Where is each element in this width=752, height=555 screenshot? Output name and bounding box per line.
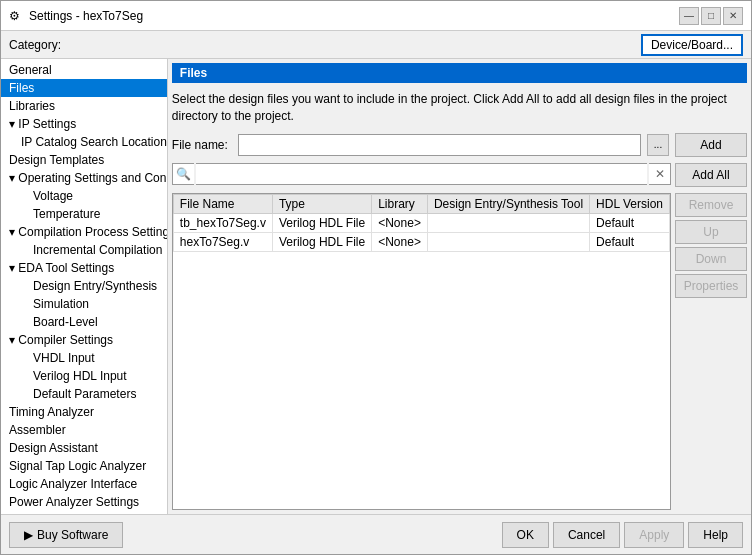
col-header-library: Library xyxy=(372,194,428,213)
side-buttons: Remove Up Down Properties xyxy=(675,193,747,510)
remove-button[interactable]: Remove xyxy=(675,193,747,217)
minimize-button[interactable]: — xyxy=(679,7,699,25)
title-bar-left: ⚙ Settings - hexTo7Seg xyxy=(9,9,143,23)
add-button[interactable]: Add xyxy=(675,133,747,157)
table-cell: Default xyxy=(590,213,670,232)
category-bar: Category: Device/Board... xyxy=(1,31,751,59)
file-name-input[interactable] xyxy=(238,134,641,156)
sidebar-item-general[interactable]: General xyxy=(1,61,167,79)
browse-button[interactable]: ... xyxy=(647,134,669,156)
buy-icon: ▶ xyxy=(24,528,33,542)
file-name-label: File name: xyxy=(172,138,232,152)
sidebar-item-assembler[interactable]: Assembler xyxy=(1,421,167,439)
search-icon: 🔍 xyxy=(172,163,194,185)
device-board-button[interactable]: Device/Board... xyxy=(641,34,743,56)
content-area: File Name Type Library Design Entry/Synt… xyxy=(172,193,747,510)
table-cell: tb_hexTo7Seg.v xyxy=(173,213,272,232)
right-panel: Files Select the design files you want t… xyxy=(168,59,751,514)
title-controls: — □ ✕ xyxy=(679,7,743,25)
sidebar-item-design-entry[interactable]: Design Entry/Synthesis xyxy=(1,277,167,295)
sidebar-item-signal-tap[interactable]: Signal Tap Logic Analyzer xyxy=(1,457,167,475)
table-cell: Default xyxy=(590,232,670,251)
table-cell: Verilog HDL File xyxy=(272,232,371,251)
sidebar-item-compilation-process[interactable]: ▾ Compilation Process Settings xyxy=(1,223,167,241)
title-bar: ⚙ Settings - hexTo7Seg — □ ✕ xyxy=(1,1,751,31)
sidebar-item-libraries[interactable]: Libraries xyxy=(1,97,167,115)
sidebar-item-logic-analyzer[interactable]: Logic Analyzer Interface xyxy=(1,475,167,493)
sidebar-item-files[interactable]: Files xyxy=(1,79,167,97)
table-row[interactable]: hexTo7Seg.vVerilog HDL File<None>Default xyxy=(173,232,669,251)
maximize-button[interactable]: □ xyxy=(701,7,721,25)
help-button[interactable]: Help xyxy=(688,522,743,548)
sidebar-item-ip-catalog[interactable]: IP Catalog Search Locations xyxy=(1,133,167,151)
sidebar-item-operating-settings[interactable]: ▾ Operating Settings and Conditions xyxy=(1,169,167,187)
sidebar-item-compiler-settings[interactable]: ▾ Compiler Settings xyxy=(1,331,167,349)
sidebar-item-power-analyzer[interactable]: Power Analyzer Settings xyxy=(1,493,167,511)
table-cell xyxy=(427,232,589,251)
sidebar-item-design-assistant[interactable]: Design Assistant xyxy=(1,439,167,457)
buy-software-label: Buy Software xyxy=(37,528,108,542)
bottom-bar: ▶ Buy Software OK Cancel Apply Help xyxy=(1,514,751,554)
table-cell: <None> xyxy=(372,213,428,232)
col-header-type: Type xyxy=(272,194,371,213)
properties-button[interactable]: Properties xyxy=(675,274,747,298)
table-row[interactable]: tb_hexTo7Seg.vVerilog HDL File<None>Defa… xyxy=(173,213,669,232)
panel-title: Files xyxy=(172,63,747,83)
col-header-tool: Design Entry/Synthesis Tool xyxy=(427,194,589,213)
ok-button[interactable]: OK xyxy=(502,522,549,548)
sidebar-item-design-templates[interactable]: Design Templates xyxy=(1,151,167,169)
sidebar-item-incremental-comp[interactable]: Incremental Compilation xyxy=(1,241,167,259)
table-cell: Verilog HDL File xyxy=(272,213,371,232)
file-table: File Name Type Library Design Entry/Synt… xyxy=(173,194,670,252)
sidebar-item-vhdl-input[interactable]: VHDL Input xyxy=(1,349,167,367)
sidebar-item-default-params[interactable]: Default Parameters xyxy=(1,385,167,403)
file-name-row: File name: ... Add xyxy=(172,133,747,157)
table-cell xyxy=(427,213,589,232)
search-input[interactable] xyxy=(196,163,647,185)
down-button[interactable]: Down xyxy=(675,247,747,271)
sidebar-item-eda-tool[interactable]: ▾ EDA Tool Settings xyxy=(1,259,167,277)
table-cell: <None> xyxy=(372,232,428,251)
sidebar-item-verilog-input[interactable]: Verilog HDL Input xyxy=(1,367,167,385)
sidebar-item-board-level[interactable]: Board-Level xyxy=(1,313,167,331)
col-header-filename: File Name xyxy=(173,194,272,213)
add-all-button[interactable]: Add All xyxy=(675,163,747,187)
sidebar-item-ip-settings[interactable]: ▾ IP Settings xyxy=(1,115,167,133)
search-row: 🔍 ✕ xyxy=(172,163,671,185)
up-button[interactable]: Up xyxy=(675,220,747,244)
file-table-container: File Name Type Library Design Entry/Synt… xyxy=(172,193,671,510)
close-button[interactable]: ✕ xyxy=(723,7,743,25)
app-icon: ⚙ xyxy=(9,9,23,23)
main-content: General Files Libraries ▾ IP Settings IP… xyxy=(1,59,751,514)
sidebar-item-simulation[interactable]: Simulation xyxy=(1,295,167,313)
panel-description: Select the design files you want to incl… xyxy=(172,87,747,129)
window-title: Settings - hexTo7Seg xyxy=(29,9,143,23)
sidebar-item-voltage[interactable]: Voltage xyxy=(1,187,167,205)
cancel-button[interactable]: Cancel xyxy=(553,522,620,548)
sidebar-item-temperature[interactable]: Temperature xyxy=(1,205,167,223)
buy-software-button[interactable]: ▶ Buy Software xyxy=(9,522,123,548)
sidebar: General Files Libraries ▾ IP Settings IP… xyxy=(1,59,168,514)
table-cell: hexTo7Seg.v xyxy=(173,232,272,251)
category-label: Category: xyxy=(9,38,61,52)
settings-window: ⚙ Settings - hexTo7Seg — □ ✕ Category: D… xyxy=(0,0,752,555)
col-header-hdl-version: HDL Version xyxy=(590,194,670,213)
sidebar-item-timing-analyzer[interactable]: Timing Analyzer xyxy=(1,403,167,421)
search-clear-button[interactable]: ✕ xyxy=(649,163,671,185)
apply-button[interactable]: Apply xyxy=(624,522,684,548)
